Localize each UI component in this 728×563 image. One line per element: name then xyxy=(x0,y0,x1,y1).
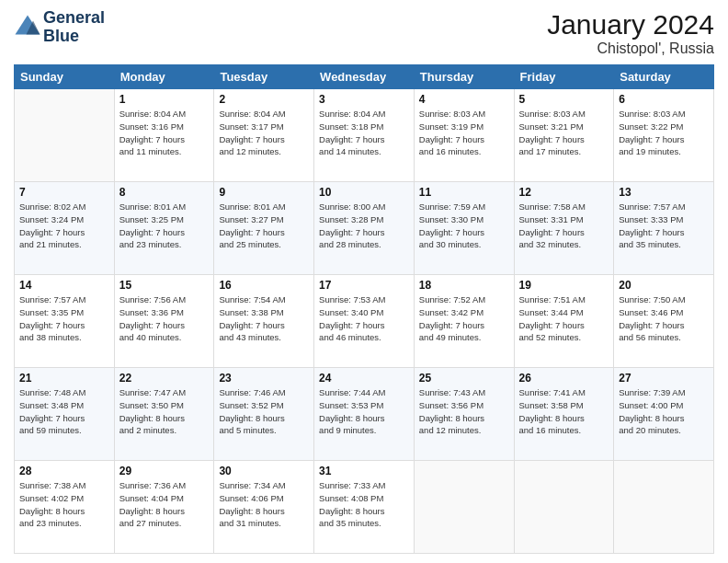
day-info: Sunrise: 8:04 AMSunset: 3:16 PMDaylight:… xyxy=(119,108,210,158)
daylight-text-line2: and 25 minutes. xyxy=(219,238,309,251)
sunset-text: Sunset: 3:42 PM xyxy=(419,306,509,319)
calendar-cell: 18Sunrise: 7:52 AMSunset: 3:42 PMDayligh… xyxy=(414,275,514,368)
day-number: 26 xyxy=(519,372,609,385)
day-number: 2 xyxy=(219,93,309,106)
daylight-text-line1: Daylight: 7 hours xyxy=(419,319,509,332)
day-info: Sunrise: 8:03 AMSunset: 3:21 PMDaylight:… xyxy=(519,108,609,158)
day-number: 19 xyxy=(519,279,609,292)
daylight-text-line2: and 21 minutes. xyxy=(19,238,109,251)
day-info: Sunrise: 7:41 AMSunset: 3:58 PMDaylight:… xyxy=(519,386,609,437)
calendar-cell: 24Sunrise: 7:44 AMSunset: 3:53 PMDayligh… xyxy=(314,368,415,461)
calendar-cell: 23Sunrise: 7:46 AMSunset: 3:52 PMDayligh… xyxy=(214,368,314,461)
day-number: 17 xyxy=(319,279,409,292)
sunrise-text: Sunrise: 7:47 AM xyxy=(119,386,210,399)
daylight-text-line2: and 35 minutes. xyxy=(619,238,709,251)
sunrise-text: Sunrise: 8:04 AM xyxy=(119,108,210,121)
calendar-cell: 9Sunrise: 8:01 AMSunset: 3:27 PMDaylight… xyxy=(214,182,314,275)
day-info: Sunrise: 7:48 AMSunset: 3:48 PMDaylight:… xyxy=(19,386,109,437)
daylight-text-line2: and 23 minutes. xyxy=(19,517,109,530)
calendar-cell: 17Sunrise: 7:53 AMSunset: 3:40 PMDayligh… xyxy=(314,275,415,368)
calendar-cell: 22Sunrise: 7:47 AMSunset: 3:50 PMDayligh… xyxy=(114,368,214,461)
calendar-cell: 25Sunrise: 7:43 AMSunset: 3:56 PMDayligh… xyxy=(414,368,514,461)
day-info: Sunrise: 7:38 AMSunset: 4:02 PMDaylight:… xyxy=(19,479,109,530)
sunrise-text: Sunrise: 7:36 AM xyxy=(119,479,210,492)
day-number: 22 xyxy=(119,372,210,385)
daylight-text-line1: Daylight: 7 hours xyxy=(319,319,409,332)
calendar-cell: 2Sunrise: 8:04 AMSunset: 3:17 PMDaylight… xyxy=(214,89,314,182)
sunrise-text: Sunrise: 8:00 AM xyxy=(319,201,409,213)
day-number: 18 xyxy=(419,279,509,292)
sunset-text: Sunset: 3:19 PM xyxy=(419,121,509,133)
sunrise-text: Sunrise: 8:02 AM xyxy=(19,201,109,213)
day-number: 8 xyxy=(119,186,210,199)
daylight-text-line1: Daylight: 8 hours xyxy=(219,505,309,518)
daylight-text-line1: Daylight: 7 hours xyxy=(519,133,609,146)
calendar-week-3: 14Sunrise: 7:57 AMSunset: 3:35 PMDayligh… xyxy=(15,275,714,368)
calendar-cell: 8Sunrise: 8:01 AMSunset: 3:25 PMDaylight… xyxy=(114,182,214,275)
day-info: Sunrise: 8:00 AMSunset: 3:28 PMDaylight:… xyxy=(319,201,409,251)
calendar-cell: 3Sunrise: 8:04 AMSunset: 3:18 PMDaylight… xyxy=(314,89,415,182)
daylight-text-line1: Daylight: 7 hours xyxy=(119,319,210,332)
day-info: Sunrise: 8:03 AMSunset: 3:19 PMDaylight:… xyxy=(419,108,509,158)
day-number: 28 xyxy=(19,465,109,477)
day-number: 15 xyxy=(119,279,210,292)
day-info: Sunrise: 8:04 AMSunset: 3:18 PMDaylight:… xyxy=(319,108,409,158)
sunset-text: Sunset: 3:18 PM xyxy=(319,121,409,133)
sunset-text: Sunset: 3:40 PM xyxy=(319,306,409,319)
sunset-text: Sunset: 3:44 PM xyxy=(519,306,609,319)
day-number: 27 xyxy=(619,372,709,385)
day-info: Sunrise: 8:01 AMSunset: 3:27 PMDaylight:… xyxy=(219,201,309,251)
location-title: Chistopol', Russia xyxy=(547,40,714,57)
header: General Blue January 2024 Chistopol', Ru… xyxy=(14,9,714,57)
daylight-text-line2: and 59 minutes. xyxy=(19,424,109,437)
daylight-text-line2: and 5 minutes. xyxy=(219,424,309,437)
logo-text-line2: Blue xyxy=(43,28,105,46)
month-title: January 2024 xyxy=(547,9,714,40)
day-number: 6 xyxy=(619,93,709,106)
sunset-text: Sunset: 3:31 PM xyxy=(519,213,609,226)
calendar-cell xyxy=(614,461,714,554)
day-number: 13 xyxy=(619,186,709,199)
sunset-text: Sunset: 3:28 PM xyxy=(319,213,409,226)
day-info: Sunrise: 7:56 AMSunset: 3:36 PMDaylight:… xyxy=(119,293,210,344)
daylight-text-line1: Daylight: 7 hours xyxy=(419,226,509,239)
sunrise-text: Sunrise: 7:38 AM xyxy=(19,479,109,492)
sunset-text: Sunset: 3:17 PM xyxy=(219,121,309,133)
day-number: 10 xyxy=(319,186,409,199)
sunrise-text: Sunrise: 7:57 AM xyxy=(19,293,109,306)
daylight-text-line2: and 40 minutes. xyxy=(119,331,210,344)
sunset-text: Sunset: 3:16 PM xyxy=(119,121,210,133)
day-info: Sunrise: 7:39 AMSunset: 4:00 PMDaylight:… xyxy=(619,386,709,437)
day-info: Sunrise: 7:47 AMSunset: 3:50 PMDaylight:… xyxy=(119,386,210,437)
daylight-text-line2: and 17 minutes. xyxy=(519,145,609,158)
sunset-text: Sunset: 3:53 PM xyxy=(319,399,409,412)
logo-text-line1: General xyxy=(43,9,105,28)
calendar-table: SundayMondayTuesdayWednesdayThursdayFrid… xyxy=(14,64,714,554)
day-info: Sunrise: 8:01 AMSunset: 3:25 PMDaylight:… xyxy=(119,201,210,251)
daylight-text-line1: Daylight: 7 hours xyxy=(119,133,210,146)
calendar-cell: 31Sunrise: 7:33 AMSunset: 4:08 PMDayligh… xyxy=(314,461,415,554)
calendar-cell: 4Sunrise: 8:03 AMSunset: 3:19 PMDaylight… xyxy=(414,89,514,182)
daylight-text-line1: Daylight: 7 hours xyxy=(19,412,109,425)
sunrise-text: Sunrise: 8:04 AM xyxy=(219,108,309,121)
calendar-cell: 6Sunrise: 8:03 AMSunset: 3:22 PMDaylight… xyxy=(614,89,714,182)
sunrise-text: Sunrise: 7:52 AM xyxy=(419,293,509,306)
daylight-text-line2: and 11 minutes. xyxy=(119,145,210,158)
sunrise-text: Sunrise: 7:46 AM xyxy=(219,386,309,399)
sunrise-text: Sunrise: 7:57 AM xyxy=(619,201,709,213)
sunrise-text: Sunrise: 7:53 AM xyxy=(319,293,409,306)
sunset-text: Sunset: 3:21 PM xyxy=(519,121,609,133)
sunset-text: Sunset: 3:30 PM xyxy=(419,213,509,226)
day-info: Sunrise: 7:34 AMSunset: 4:06 PMDaylight:… xyxy=(219,479,309,530)
sunrise-text: Sunrise: 8:01 AM xyxy=(219,201,309,213)
day-number: 25 xyxy=(419,372,509,385)
day-info: Sunrise: 8:02 AMSunset: 3:24 PMDaylight:… xyxy=(19,201,109,251)
daylight-text-line1: Daylight: 7 hours xyxy=(119,226,210,239)
sunset-text: Sunset: 3:27 PM xyxy=(219,213,309,226)
calendar-cell: 12Sunrise: 7:58 AMSunset: 3:31 PMDayligh… xyxy=(514,182,614,275)
daylight-text-line2: and 12 minutes. xyxy=(419,424,509,437)
day-info: Sunrise: 7:36 AMSunset: 4:04 PMDaylight:… xyxy=(119,479,210,530)
sunset-text: Sunset: 4:00 PM xyxy=(619,399,709,412)
daylight-text-line1: Daylight: 8 hours xyxy=(319,412,409,425)
sunset-text: Sunset: 4:08 PM xyxy=(319,492,409,505)
